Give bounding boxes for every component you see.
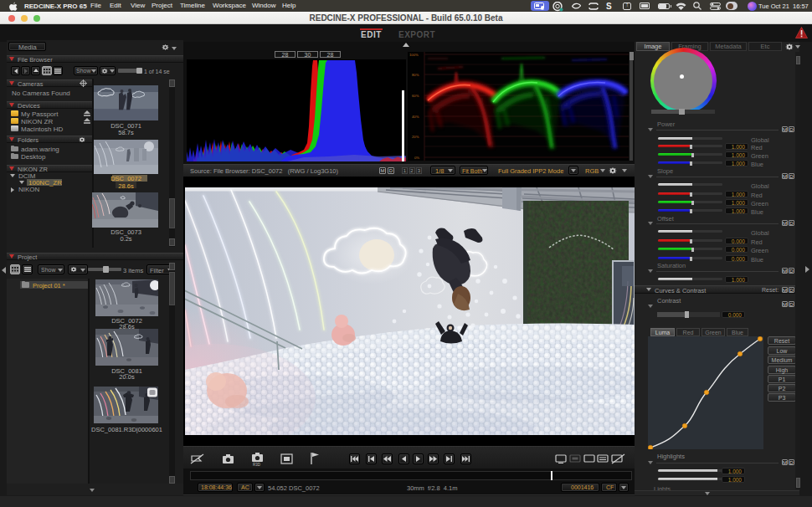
svg-text:0%: 0% xyxy=(414,156,419,160)
svg-text:80%: 80% xyxy=(412,73,419,77)
svg-text:60%: 60% xyxy=(412,94,419,98)
svg-text:100%: 100% xyxy=(409,53,419,57)
svg-text:20%: 20% xyxy=(412,135,419,139)
svg-text:40%: 40% xyxy=(412,115,419,119)
svg-text:R3D: R3D xyxy=(253,463,261,466)
